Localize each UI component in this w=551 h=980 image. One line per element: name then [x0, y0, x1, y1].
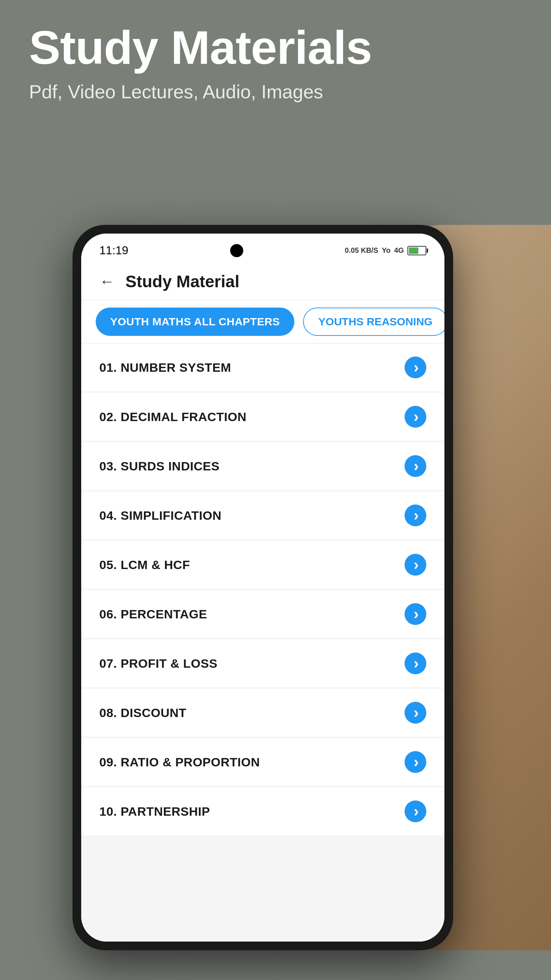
chapter-item[interactable]: 03. SURDS INDICES — [81, 442, 445, 490]
status-time: 11:19 — [99, 244, 128, 257]
chapter-item[interactable]: 10. PARTNERSHIP — [81, 788, 445, 835]
status-bar: 11:19 0.05 KB/S Yo 4G — [81, 234, 445, 263]
tab-bar: YOUTH MATHS ALL CHAPTERS YOUTHS REASONIN… — [81, 300, 445, 344]
chapter-item[interactable]: 08. DISCOUNT — [81, 689, 445, 737]
chapter-arrow-icon[interactable] — [405, 406, 426, 428]
status-icons: 0.05 KB/S Yo 4G — [345, 246, 426, 255]
tab-youth-reasoning[interactable]: YOUTHS REASONING — [303, 307, 445, 336]
phone-shell: 11:19 0.05 KB/S Yo 4G ← Study Material Y — [73, 225, 453, 950]
chapter-item[interactable]: 05. LCM & HCF — [81, 541, 445, 589]
chapter-arrow-icon[interactable] — [405, 356, 426, 378]
chapter-arrow-icon[interactable] — [405, 702, 426, 724]
chapter-name: 03. SURDS INDICES — [99, 459, 220, 473]
chapter-item[interactable]: 07. PROFIT & LOSS — [81, 640, 445, 687]
chapter-arrow-icon[interactable] — [405, 455, 426, 477]
chapter-item[interactable]: 02. DECIMAL FRACTION — [81, 393, 445, 441]
chapter-list: 01. NUMBER SYSTEM02. DECIMAL FRACTION03.… — [81, 344, 445, 942]
chapter-name: 10. PARTNERSHIP — [99, 805, 210, 819]
chapter-arrow-icon[interactable] — [405, 504, 426, 526]
data-speed: 0.05 KB/S — [345, 246, 378, 255]
hero-subtitle: Pdf, Video Lectures, Audio, Images — [29, 81, 522, 103]
hero-title: Study Materials — [29, 22, 522, 74]
chapter-item[interactable]: 06. PERCENTAGE — [81, 590, 445, 638]
phone-screen: 11:19 0.05 KB/S Yo 4G ← Study Material Y — [81, 234, 445, 942]
camera-dot — [230, 244, 243, 257]
chapter-item[interactable]: 09. RATIO & PROPORTION — [81, 738, 445, 786]
chapter-name: 05. LCM & HCF — [99, 558, 190, 572]
chapter-name: 01. NUMBER SYSTEM — [99, 361, 231, 375]
chapter-arrow-icon[interactable] — [405, 652, 426, 674]
hero-section: Study Materials Pdf, Video Lectures, Aud… — [29, 22, 522, 103]
chapter-item[interactable]: 01. NUMBER SYSTEM — [81, 344, 445, 391]
network-type: 4G — [394, 246, 404, 255]
phone-mockup: 11:19 0.05 KB/S Yo 4G ← Study Material Y — [73, 225, 453, 950]
chapter-name: 04. SIMPLIFICATION — [99, 509, 221, 523]
battery-icon — [407, 246, 426, 255]
app-header: ← Study Material — [81, 263, 445, 300]
chapter-arrow-icon[interactable] — [405, 603, 426, 625]
chapter-name: 08. DISCOUNT — [99, 706, 186, 720]
app-title: Study Material — [125, 272, 239, 291]
chapter-name: 09. RATIO & PROPORTION — [99, 755, 260, 769]
battery-fill — [409, 247, 418, 254]
chapter-item[interactable]: 04. SIMPLIFICATION — [81, 492, 445, 539]
chapter-arrow-icon[interactable] — [405, 751, 426, 773]
chapter-arrow-icon[interactable] — [405, 800, 426, 822]
chapter-arrow-icon[interactable] — [405, 554, 426, 576]
chapter-name: 02. DECIMAL FRACTION — [99, 410, 246, 424]
chapter-name: 07. PROFIT & LOSS — [99, 657, 218, 671]
chapter-name: 06. PERCENTAGE — [99, 607, 207, 621]
tab-youth-maths[interactable]: YOUTH MATHS ALL CHAPTERS — [96, 307, 294, 336]
back-button[interactable]: ← — [99, 273, 114, 290]
carrier: Yo — [382, 246, 391, 255]
